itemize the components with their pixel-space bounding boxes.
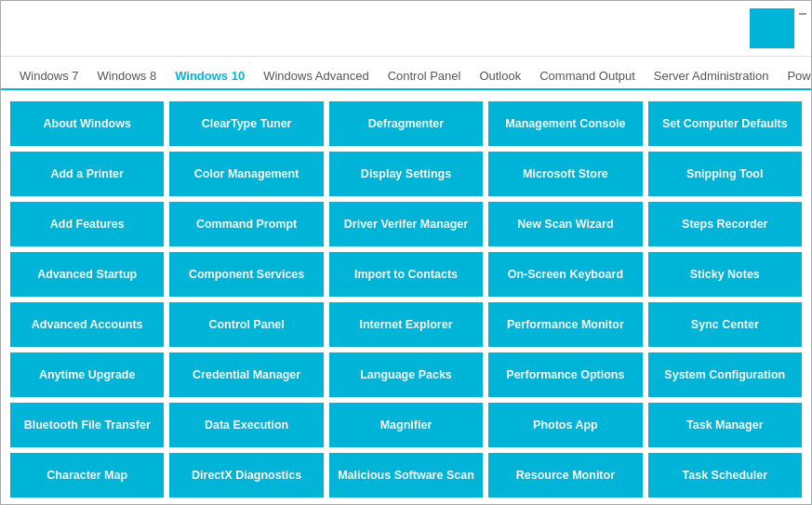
tile-performance-monitor[interactable]: Performance Monitor <box>488 302 642 347</box>
tab-windows-10[interactable]: Windows 10 <box>166 63 254 90</box>
tile-credential-manager[interactable]: Credential Manager <box>169 352 323 397</box>
tile-malicious-software-scan[interactable]: Malicious Software Scan <box>329 453 483 498</box>
window-controls <box>794 8 811 15</box>
tile-driver-verifer-manager[interactable]: Driver Verifer Manager <box>329 202 483 246</box>
tab-windows-advanced[interactable]: Windows Advanced <box>254 63 378 90</box>
tile-add-a-printer[interactable]: Add a Printer <box>10 152 164 196</box>
tile-anytime-upgrade[interactable]: Anytime Upgrade <box>10 352 164 397</box>
tile-import-to-contacts[interactable]: Import to Contacts <box>329 252 483 297</box>
tab-outlook[interactable]: Outlook <box>470 63 530 90</box>
tile-command-prompt[interactable]: Command Prompt <box>169 202 323 246</box>
tile-microsoft-store[interactable]: Microsoft Store <box>488 152 642 196</box>
tile-sync-center[interactable]: Sync Center <box>648 302 802 347</box>
grid-area: About WindowsClearType TunerDefragmenter… <box>1 90 811 505</box>
tile-sticky-notes[interactable]: Sticky Notes <box>648 252 802 297</box>
tile-defragmenter[interactable]: Defragmenter <box>329 101 483 146</box>
tab-powershell[interactable]: Powershell <box>778 63 812 90</box>
tab-server-administration[interactable]: Server Administration <box>645 63 779 90</box>
tile-display-settings[interactable]: Display Settings <box>329 152 483 196</box>
tile-advanced-accounts[interactable]: Advanced Accounts <box>10 302 164 347</box>
tab-bar: Windows 7Windows 8Windows 10Windows Adva… <box>1 57 811 90</box>
top-right-controls <box>750 8 811 48</box>
tile-cleartype-tuner[interactable]: ClearType Tuner <box>169 101 323 146</box>
tile-add-features[interactable]: Add Features <box>10 202 164 246</box>
tile-about-windows[interactable]: About Windows <box>10 101 164 146</box>
tile-management-console[interactable]: Management Console <box>488 101 642 146</box>
tile-new-scan-wizard[interactable]: New Scan Wizard <box>488 202 642 246</box>
tile-control-panel[interactable]: Control Panel <box>169 302 323 347</box>
tab-windows-8[interactable]: Windows 8 <box>88 63 166 90</box>
maximize-button[interactable] <box>799 13 806 15</box>
options-button[interactable] <box>750 8 794 48</box>
tile-performance-options[interactable]: Performance Options <box>488 352 642 397</box>
tile-system-configuration[interactable]: System Configuration <box>648 352 802 397</box>
tile-magnifier[interactable]: Magnifier <box>329 403 483 447</box>
tile-snipping-tool[interactable]: Snipping Tool <box>648 152 802 196</box>
tab-command-output[interactable]: Command Output <box>530 63 645 90</box>
tab-control-panel[interactable]: Control Panel <box>379 63 471 90</box>
tile-steps-recorder[interactable]: Steps Recorder <box>648 202 802 246</box>
tile-photos-app[interactable]: Photos App <box>488 403 642 447</box>
tile-task-manager[interactable]: Task Manager <box>648 403 802 447</box>
tile-bluetooth-file-transfer[interactable]: Bluetooth File Transfer <box>10 403 164 447</box>
tile-resource-monitor[interactable]: Resource Monitor <box>488 453 642 498</box>
tile-grid: About WindowsClearType TunerDefragmenter… <box>10 101 802 498</box>
tile-directx-diagnostics[interactable]: DirectX Diagnostics <box>169 453 323 498</box>
tab-windows-7[interactable]: Windows 7 <box>10 63 88 90</box>
tile-internet-explorer[interactable]: Internet Explorer <box>329 302 483 347</box>
tile-task-scheduler[interactable]: Task Scheduler <box>648 453 802 498</box>
tile-data-execution[interactable]: Data Execution <box>169 403 323 447</box>
tile-advanced-startup[interactable]: Advanced Startup <box>10 252 164 297</box>
tile-component-services[interactable]: Component Services <box>169 252 323 297</box>
tile-language-packs[interactable]: Language Packs <box>329 352 483 397</box>
tile-on-screen-keyboard[interactable]: On-Screen Keyboard <box>488 252 642 297</box>
tile-character-map[interactable]: Character Map <box>10 453 164 498</box>
tile-set-computer-defaults[interactable]: Set Computer Defaults <box>648 101 802 146</box>
title-bar <box>1 1 811 57</box>
tile-color-management[interactable]: Color Management <box>169 152 323 196</box>
